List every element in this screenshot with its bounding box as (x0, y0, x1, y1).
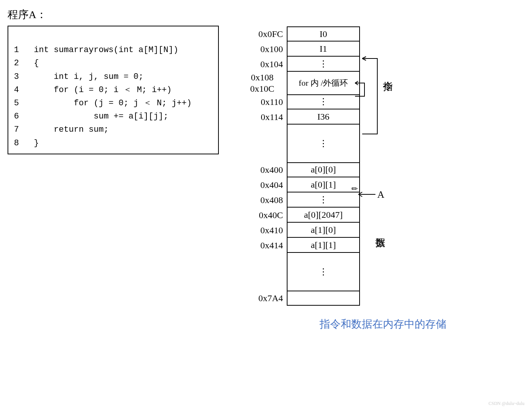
mem-addr: 0x7A4 (241, 291, 287, 306)
pointer-a-label: A (377, 189, 384, 200)
code-box: 1 int sumarrayrows(int a[M][N]) 2 { 3 in… (8, 26, 219, 154)
mem-addr: 0x0FC (241, 26, 287, 42)
caption: 指令和数据在内存中的存储 (241, 317, 524, 331)
mem-cell: a[0][1] (287, 177, 360, 192)
mem-addr: 0x110 (241, 94, 287, 109)
mem-cell (287, 291, 360, 306)
mem-cell: ⋮ (287, 192, 360, 208)
code-line: 8 } (14, 139, 39, 148)
loop-arrow (355, 77, 378, 104)
mem-cell: I36 (287, 109, 360, 125)
mem-cell-loop: for 内 /外循环 (287, 72, 360, 95)
arrow-a: A (357, 189, 391, 204)
memory-diagram: 0x0FC I0 0x100 I1 0x104 ⋮ 0x108 0x10C fo… (241, 8, 524, 331)
code-line: 2 { (14, 58, 39, 68)
mem-cell: a[1][0] (287, 223, 360, 238)
mem-cell: I1 (287, 42, 360, 57)
mem-cell-gap: ⋮ (287, 253, 360, 291)
mem-addr: 0x108 0x10C (241, 72, 287, 94)
mem-cell: ⋮ (287, 57, 360, 72)
code-line: 5 for (j = 0; j ＜ N; j++) (14, 98, 192, 108)
mem-addr: 0x414 (241, 238, 287, 253)
mem-cell: a[0][2047] (287, 208, 360, 223)
mem-addr: 0x410 (241, 223, 287, 238)
mem-addr: 0x114 (241, 109, 287, 125)
mem-cell: I0 (287, 26, 360, 42)
mem-addr: 0x104 (241, 57, 287, 72)
mem-cell: ⋮ (287, 94, 360, 109)
program-title: 程序A： (8, 8, 219, 22)
mem-addr: 0x100 (241, 42, 287, 57)
mem-addr: 0x40C (241, 208, 287, 223)
code-line: 6 sum += a[i][j]; (14, 112, 168, 121)
code-line: 1 int sumarrayrows(int a[M][N]) (14, 45, 178, 55)
mem-cell-gap: ⋮ (287, 125, 360, 163)
mem-cell: a[1][1] (287, 238, 360, 253)
mem-addr: 0x408 (241, 192, 287, 208)
code-line: 7 return sum; (14, 125, 109, 134)
mem-addr: 0x404 (241, 177, 287, 192)
code-line: 3 int i, j, sum = 0; (14, 72, 143, 82)
mem-addr: 0x400 (241, 162, 287, 177)
mem-cell: a[0][0] (287, 162, 360, 177)
code-line: 4 for (i = 0; i ＜ M; i++) (14, 85, 172, 95)
